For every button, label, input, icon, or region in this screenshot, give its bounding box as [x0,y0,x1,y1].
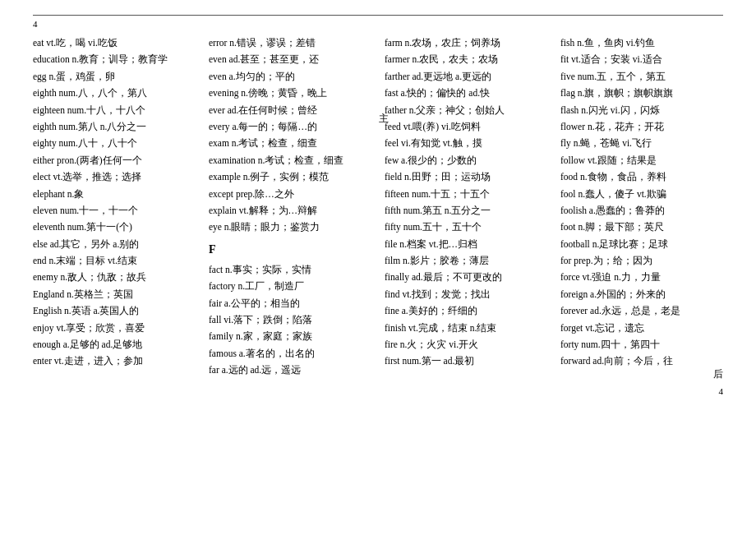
list-item: foolish a.愚蠢的；鲁莽的 [560,203,723,218]
list-item: elect vt.选举，推选；选择 [33,169,196,184]
list-item: family n.家，家庭；家族 [209,329,371,344]
list-item: fine a.美好的；纤细的 [385,303,547,318]
list-item: enemy n.敌人；仇敌；故兵 [33,270,196,284]
list-item: few a.很少的；少数的 [385,153,547,168]
list-item: five num.五，五个，第五 [560,69,723,84]
list-item: else ad.其它，另外 a.别的 [33,237,196,251]
list-item: eighth num.第八 n.八分之一 [33,119,196,134]
list-item: finally ad.最后；不可更改的 [385,270,547,284]
list-item: eighteen num.十八，十八个 [33,103,196,118]
list-item: eighth num.八，八个，第八 [33,85,196,100]
list-item: even a.均匀的；平的 [209,69,371,84]
list-item: enter vt.走进，进入；参加 [33,353,196,368]
list-item: English n.英语 a.英国人的 [33,303,196,318]
list-item: eat vt.吃，喝 vi.吃饭 [33,35,196,50]
list-item: farther ad.更远地 a.更远的 [385,69,547,84]
list-item: factory n.工厂，制造厂 [209,279,371,293]
list-item: father n.父亲；神父；创始人 [385,103,547,118]
list-item: famous a.著名的，出名的 [209,346,371,361]
list-item: examination n.考试；检查，细查 [209,153,371,168]
list-item: even ad.甚至；甚至更，还 [209,52,371,67]
list-item: for prep.为；给；因为 [560,253,723,268]
list-item: fast a.快的；偏快的 ad.快 [385,85,547,100]
list-item: eleventh num.第十一(个) [33,219,196,234]
list-item: fair a.公平的；相当的 [209,296,371,311]
list-item: find vt.找到；发觉；找出 [385,287,547,302]
list-item: fool n.蠢人，傻子 vt.欺骗 [560,187,723,201]
list-item: ever ad.在任何时候；曾经 [209,103,371,118]
list-item: flash n.闪光 vi.闪，闪烁 [560,103,723,118]
top-border [33,15,723,16]
list-item: force vt.强迫 n.力，力量 [560,270,723,284]
column-1: eat vt.吃，喝 vi.吃饭education n.教育；训导；教育学egg… [33,35,202,380]
list-item: football n.足球比赛；足球 [560,237,723,251]
list-item: fish n.鱼，鱼肉 vi.钓鱼 [560,35,723,50]
list-item: eighty num.八十，八十个 [33,136,196,150]
page-number-top: 4 [33,19,723,29]
list-item: food n.食物，食品，养料 [560,169,723,184]
list-item: forget vt.忘记，遗忘 [560,321,723,335]
side-marker-bottom: 后 [713,367,723,381]
list-item: first num.第一 ad.最初 [385,353,547,368]
list-item: file n.档案 vt.把…归档 [385,237,547,251]
list-item: foot n.脚；最下部；英尺 [560,219,723,234]
list-item: fly n.蝇，苍蝇 vi.飞行 [560,136,723,150]
list-item: fifteen num.十五；十五个 [385,187,547,201]
list-item: fifth num.第五 n.五分之一 [385,203,547,218]
list-item: eleven num.十一，十一个 [33,203,196,218]
list-item: forever ad.永远，总是，老是 [560,303,723,318]
list-item: far a.远的 ad.远，遥远 [209,362,371,377]
list-item: film n.影片；胶卷；薄层 [385,253,547,268]
list-item: feel vi.有知觉 vt.触，摸 [385,136,547,150]
list-item: end n.末端；目标 vt.结束 [33,253,196,268]
list-item: feed vt.喂(养) vi.吃饲料 [385,119,547,134]
list-item: egg n.蛋，鸡蛋，卵 [33,69,196,84]
list-item: follow vt.跟随；结果是 [560,153,723,168]
list-item: every a.每一的；每隔…的 [209,119,371,134]
list-item: foreign a.外国的；外来的 [560,287,723,302]
column-3: farm n.农场，农庄；饲养场farmer n.农民，农夫；农场farther… [378,35,554,380]
page: 4 eat vt.吃，喝 vi.吃饭education n.教育；训导；教育学e… [0,0,756,404]
list-item: fall vi.落下；跌倒；陷落 [209,312,371,327]
list-item: forty num.四十，第四十 [560,337,723,352]
list-item: flower n.花，花卉；开花 [560,119,723,134]
list-item: farmer n.农民，农夫；农场 [385,52,547,67]
section-letter-f: F [209,240,371,259]
list-item: except prep.除…之外 [209,187,371,201]
list-item: England n.英格兰；英国 [33,287,196,302]
list-item: elephant n.象 [33,187,196,201]
list-item: error n.错误，谬误；差错 [209,35,371,50]
list-item: farm n.农场，农庄；饲养场 [385,35,547,50]
list-item: enjoy vt.享受；欣赏，喜爱 [33,321,196,335]
list-item: education n.教育；训导；教育学 [33,52,196,67]
list-item: fifty num.五十，五十个 [385,219,547,234]
list-item: exam n.考试；检查，细查 [209,136,371,150]
list-item: enough a.足够的 ad.足够地 [33,337,196,352]
column-2: error n.错误，谬误；差错even ad.甚至；甚至更，还even a.均… [202,35,378,380]
list-item: eye n.眼睛；眼力；鉴赏力 [209,219,371,234]
list-item: field n.田野；田；运动场 [385,169,547,184]
columns-wrapper: eat vt.吃，喝 vi.吃饭education n.教育；训导；教育学egg… [33,35,723,380]
list-item: fit vt.适合；安装 vi.适合 [560,52,723,67]
list-item: fire n.火；火灾 vi.开火 [385,337,547,352]
list-item: evening n.傍晚；黄昏，晚上 [209,85,371,100]
list-item: forward ad.向前；今后，往 [560,353,723,368]
list-item: finish vt.完成，结束 n.结束 [385,321,547,335]
list-item: flag n.旗，旗帜；旗帜旗旗 [560,85,723,100]
list-item: example n.例子，实例；模范 [209,169,371,184]
column-4: fish n.鱼，鱼肉 vi.钓鱼fit vt.适合；安装 vi.适合five … [554,35,723,380]
list-item: either pron.(两者)任何一个 [33,153,196,168]
list-item: explain vt.解释；为…辩解 [209,203,371,218]
page-number-bottom: 4 [719,386,724,396]
list-item: fact n.事实；实际，实情 [209,262,371,277]
